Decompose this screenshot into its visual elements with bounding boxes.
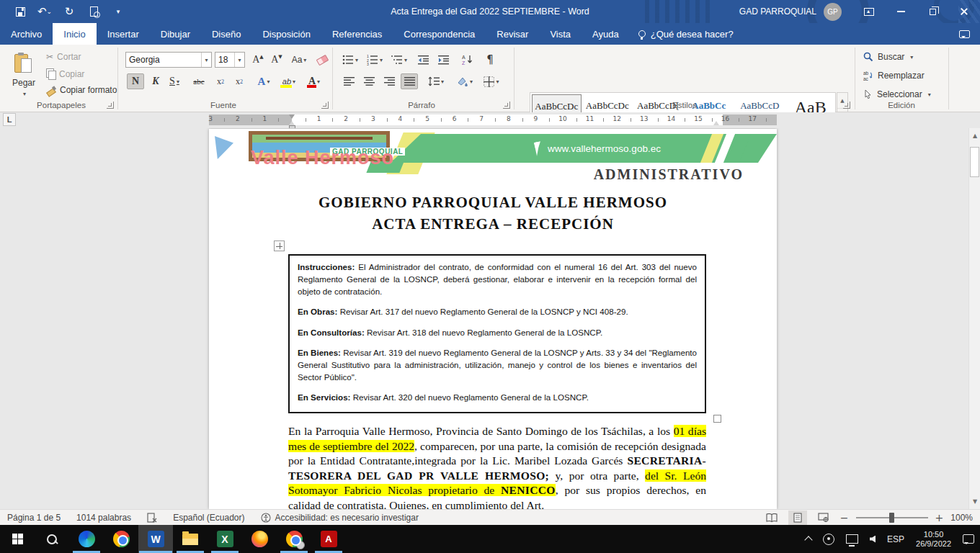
zoom-slider-thumb[interactable] [889,513,894,523]
taskbar-excel[interactable]: X [208,525,242,553]
bold-button[interactable]: N [127,73,144,89]
text-effects-button[interactable]: A▾ [254,73,274,89]
justify-button[interactable] [401,73,418,89]
web-layout-button[interactable] [814,511,833,525]
print-layout-button[interactable] [788,511,807,525]
tray-expand-button[interactable] [800,525,817,553]
borders-button[interactable]: ▾ [480,73,503,89]
tab-vista[interactable]: Vista [539,23,582,45]
select-button[interactable]: Seleccionar ▾ [863,89,931,99]
right-indent-marker[interactable] [713,121,719,125]
shading-button[interactable]: ▾ [454,73,476,89]
instructions-box[interactable]: Instrucciones: El Administrador del cont… [288,254,706,413]
accessibility-status[interactable]: Accesibilidad: es necesario investigar [261,513,419,523]
show-marks-button[interactable]: ¶ [481,52,499,68]
ruler[interactable]: 3211234567891011121314151617 [209,114,777,125]
underline-button[interactable]: S▾ [166,73,183,89]
shrink-font-button[interactable]: A▼ [268,52,285,68]
grow-font-button[interactable]: A▲ [249,52,267,68]
customize-qat-button[interactable]: ▾ [111,4,125,19]
sort-button[interactable]: AZ [458,52,477,68]
format-painter-button[interactable]: Copiar formato [46,85,117,95]
multilevel-list-button[interactable]: ▾ [389,52,409,68]
taskbar-edge[interactable] [69,525,104,553]
feedback-button[interactable] [948,23,980,45]
action-center-button[interactable] [957,525,980,553]
increase-indent-button[interactable] [435,52,453,68]
print-preview-button[interactable] [86,4,101,19]
tab-correspondencia[interactable]: Correspondencia [393,23,486,45]
clear-formatting-button[interactable] [314,53,330,66]
tab-inicio[interactable]: Inicio [53,23,96,45]
ribbon-display-options-button[interactable] [853,0,885,23]
tab-insertar[interactable]: Insertar [97,23,150,45]
align-center-button[interactable] [360,73,378,89]
page-indicator[interactable]: Página 1 de 5 [7,513,61,523]
tab-revisar[interactable]: Revisar [486,23,539,45]
font-color-button[interactable]: A▾ [304,73,324,89]
highlight-color-button[interactable]: ab▾ [278,73,300,89]
font-family-combo[interactable]: Georgia ▾ [125,52,212,68]
tab-ayuda[interactable]: Ayuda [582,23,630,45]
decrease-indent-button[interactable] [415,52,432,68]
replace-button[interactable]: abac Reemplazar [863,71,925,81]
tab-stop-selector[interactable]: L [3,113,16,126]
font-size-combo[interactable]: 18 ▾ [215,52,245,68]
tab-referencias[interactable]: Referencias [321,23,393,45]
avatar[interactable]: GP [824,3,842,21]
volume-button[interactable] [864,525,881,553]
table-resize-handle[interactable] [713,415,721,423]
change-case-button[interactable]: Aa▾ [288,52,310,68]
copy-button[interactable]: Copiar [46,68,84,79]
meet-now-button[interactable] [817,525,840,553]
undo-button[interactable]: ↶⌄ [37,4,52,19]
scroll-up-button[interactable]: ▲ [969,130,980,142]
network-button[interactable] [840,525,864,553]
save-button[interactable] [13,4,27,19]
taskbar-chrome-profile[interactable] [277,525,311,553]
redo-button[interactable]: ↻ [62,4,76,19]
start-button[interactable] [0,525,35,553]
cut-button[interactable]: ✂ Cortar [46,52,81,62]
numbering-button[interactable]: 123 ▾ [365,52,385,68]
taskbar-chrome[interactable] [104,525,138,553]
account-name[interactable]: GAD PARROQUIAL [739,6,816,17]
subscript-button[interactable]: x2 [212,73,229,89]
zoom-in-button[interactable]: + [935,512,944,523]
superscript-button[interactable]: x2 [231,73,248,89]
taskbar-word[interactable]: W [138,525,173,553]
italic-button[interactable]: K [147,73,164,89]
language-indicator[interactable]: Español (Ecuador) [173,513,244,523]
word-count[interactable]: 1014 palabras [76,513,131,523]
styles-dialog-launcher[interactable] [843,102,850,109]
close-button[interactable] [948,0,980,23]
first-line-indent-marker[interactable] [289,114,295,119]
document-body-paragraph[interactable]: En la Parroquia Valle Hermoso, Provincia… [288,424,706,509]
zoom-level[interactable]: 100% [950,513,973,523]
document-canvas[interactable]: GAD PARROQUIAL Valle Hermoso www.vallehe… [0,128,980,509]
line-spacing-button[interactable]: ▾ [425,73,447,89]
paragraph-dialog-launcher[interactable] [503,102,510,109]
table-move-handle-icon[interactable] [274,240,285,251]
taskbar-acrobat[interactable]: A [311,525,346,553]
tab-disposicion[interactable]: Disposición [251,23,321,45]
find-button[interactable]: Buscar ▾ [863,52,913,62]
minimize-button[interactable] [885,0,917,23]
zoom-slider[interactable] [856,517,928,518]
taskbar-firefox[interactable] [242,525,277,553]
restore-button[interactable] [917,0,948,23]
tab-diseno[interactable]: Diseño [201,23,251,45]
zoom-out-button[interactable]: − [840,512,849,523]
paste-button[interactable]: Pegar ▾ [6,49,42,101]
align-right-button[interactable] [380,73,398,89]
scroll-down-button[interactable]: ▼ [969,495,980,508]
proofing-status[interactable] [147,513,157,523]
strikethrough-button[interactable]: abc [190,73,208,89]
clipboard-dialog-launcher[interactable] [107,102,114,109]
read-mode-button[interactable] [762,511,781,525]
align-left-button[interactable] [340,73,357,89]
language-button[interactable]: ESP [881,525,910,553]
taskbar-file-explorer[interactable] [173,525,208,553]
document-page[interactable]: GAD PARROQUIAL Valle Hermoso www.vallehe… [209,129,777,509]
font-dialog-launcher[interactable] [321,102,329,109]
